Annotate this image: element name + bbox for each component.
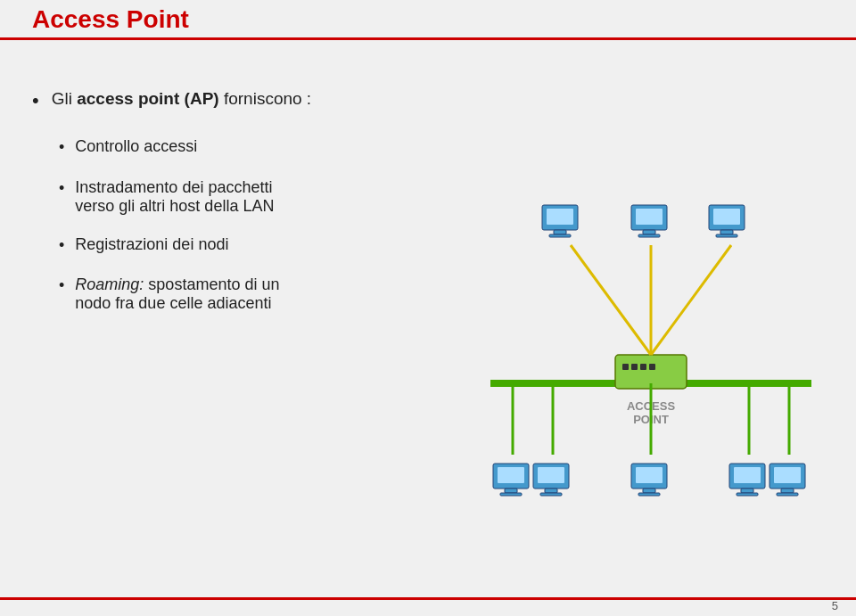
sub-bullet-text-2: Instradamento dei pacchettiverso gli alt… xyxy=(75,178,274,216)
svg-rect-13 xyxy=(498,467,524,483)
svg-rect-9 xyxy=(713,209,740,225)
svg-rect-22 xyxy=(643,489,655,493)
network-diagram: ACCESS POINT xyxy=(464,143,838,517)
svg-rect-21 xyxy=(636,467,663,483)
svg-rect-3 xyxy=(549,234,571,237)
svg-rect-30 xyxy=(781,489,794,493)
sub-bullet-text-3: Registrazioni dei nodi xyxy=(75,235,228,254)
main-prefix: Gli xyxy=(52,89,78,108)
roaming-label: Roaming: xyxy=(75,275,144,293)
svg-rect-10 xyxy=(720,230,733,234)
sub-bullet-dot-1: • xyxy=(59,137,64,158)
ap-led-2 xyxy=(631,364,638,370)
page-number: 5 xyxy=(832,599,838,612)
svg-rect-26 xyxy=(741,489,753,493)
top-divider xyxy=(0,37,856,40)
svg-rect-5 xyxy=(636,209,663,225)
line-top-left xyxy=(571,245,651,355)
computer-top-right xyxy=(709,205,745,237)
sub-bullet-text-4: Roaming: spostamento di unnodo fra due c… xyxy=(75,275,279,313)
diagram-svg: ACCESS POINT xyxy=(464,143,838,517)
svg-rect-25 xyxy=(734,467,761,483)
ap-led-4 xyxy=(649,364,655,370)
main-bullet-text: Gli access point (AP) forniscono : xyxy=(52,89,311,109)
svg-rect-6 xyxy=(643,230,655,234)
ap-led-1 xyxy=(622,364,629,370)
bottom-divider xyxy=(0,597,856,600)
svg-rect-1 xyxy=(547,209,573,225)
svg-rect-11 xyxy=(716,234,737,237)
main-suffix: forniscono : xyxy=(219,89,312,108)
sub-bullet-dot-2: • xyxy=(59,178,64,199)
svg-rect-17 xyxy=(538,467,564,483)
computer-bot-far-left xyxy=(493,464,529,496)
main-bullet-dot: • xyxy=(32,89,39,112)
slide-title: Access Point xyxy=(32,5,189,34)
computer-top-center xyxy=(631,205,667,237)
svg-rect-2 xyxy=(554,230,566,234)
svg-rect-31 xyxy=(777,493,798,496)
sub-bullet-dot-3: • xyxy=(59,235,64,256)
svg-rect-7 xyxy=(638,234,660,237)
svg-rect-27 xyxy=(737,493,758,496)
computer-bot-center xyxy=(631,464,667,496)
computer-top-left xyxy=(542,205,578,237)
sub-bullet-dot-4: • xyxy=(59,275,64,296)
computer-bot-far-right xyxy=(770,464,805,496)
svg-rect-19 xyxy=(540,493,562,496)
sub-bullet-text-1: Controllo accessi xyxy=(75,137,197,156)
computer-bot-right xyxy=(729,464,765,496)
slide: Access Point 5 • Gli access point (AP) f… xyxy=(0,0,856,616)
ap-led-3 xyxy=(640,364,646,370)
svg-rect-14 xyxy=(505,489,517,493)
main-bold: access point (AP) xyxy=(77,89,218,108)
main-bullet: • Gli access point (AP) forniscono : xyxy=(32,89,824,112)
line-top-right xyxy=(651,245,731,355)
computer-bot-left xyxy=(533,464,569,496)
svg-rect-18 xyxy=(545,489,557,493)
svg-rect-29 xyxy=(774,467,801,483)
svg-rect-15 xyxy=(500,493,522,496)
svg-rect-23 xyxy=(638,493,660,496)
